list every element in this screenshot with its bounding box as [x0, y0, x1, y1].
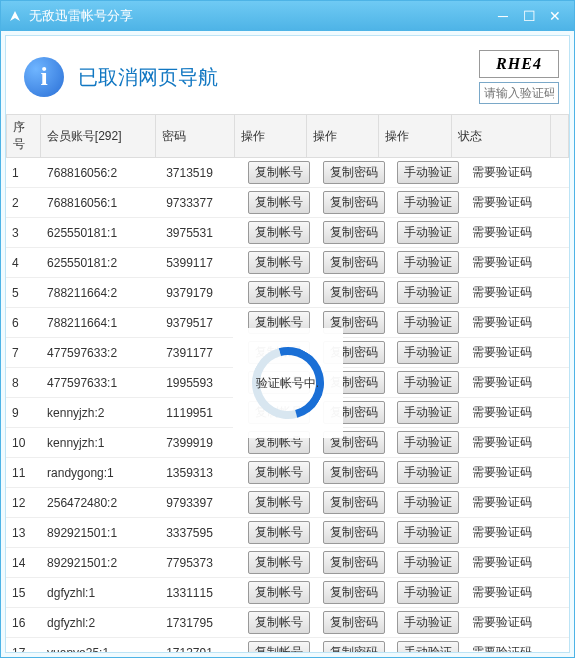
th-account[interactable]: 会员账号[292]	[40, 115, 155, 158]
cell-password: 1731795	[160, 608, 242, 638]
cell-password: 1331115	[160, 578, 242, 608]
cell-account: dgfyzhl:1	[41, 578, 160, 608]
th-op1[interactable]: 操作	[234, 115, 306, 158]
cell-seq: 14	[6, 548, 41, 578]
table-row[interactable]: 17yuanye35:11713791复制帐号复制密码手动验证需要验证码	[6, 638, 569, 653]
maximize-button[interactable]: ☐	[516, 7, 542, 25]
cell-status: 需要验证码	[466, 398, 569, 428]
th-seq[interactable]: 序号	[7, 115, 41, 158]
table-row[interactable]: 14892921501:27795373复制帐号复制密码手动验证需要验证码	[6, 548, 569, 578]
table-row[interactable]: 3625550181:13975531复制帐号复制密码手动验证需要验证码	[6, 218, 569, 248]
cell-seq: 8	[6, 368, 41, 398]
manual-verify-button[interactable]: 手动验证	[397, 431, 459, 454]
cell-password: 3337595	[160, 518, 242, 548]
table-row[interactable]: 1768816056:23713519复制帐号复制密码手动验证需要验证码	[6, 158, 569, 188]
manual-verify-button[interactable]: 手动验证	[397, 401, 459, 424]
table-row[interactable]: 13892921501:13337595复制帐号复制密码手动验证需要验证码	[6, 518, 569, 548]
copy-account-button[interactable]: 复制帐号	[248, 251, 310, 274]
copy-account-button[interactable]: 复制帐号	[248, 191, 310, 214]
manual-verify-button[interactable]: 手动验证	[397, 311, 459, 334]
copy-account-button[interactable]: 复制帐号	[248, 491, 310, 514]
cell-password: 7399919	[160, 428, 242, 458]
cell-seq: 10	[6, 428, 41, 458]
manual-verify-button[interactable]: 手动验证	[397, 161, 459, 184]
table-row[interactable]: 15dgfyzhl:11331115复制帐号复制密码手动验证需要验证码	[6, 578, 569, 608]
spinner-text: 验证帐号中.	[256, 375, 319, 392]
cell-password: 1359313	[160, 458, 242, 488]
copy-password-button[interactable]: 复制密码	[323, 581, 385, 604]
copy-password-button[interactable]: 复制密码	[323, 281, 385, 304]
table-row[interactable]: 2768816056:19733377复制帐号复制密码手动验证需要验证码	[6, 188, 569, 218]
close-button[interactable]: ✕	[542, 7, 568, 25]
manual-verify-button[interactable]: 手动验证	[397, 371, 459, 394]
cell-status: 需要验证码	[466, 368, 569, 398]
copy-account-button[interactable]: 复制帐号	[248, 161, 310, 184]
table-row[interactable]: 4625550181:25399117复制帐号复制密码手动验证需要验证码	[6, 248, 569, 278]
cell-status: 需要验证码	[466, 338, 569, 368]
cell-status: 需要验证码	[466, 578, 569, 608]
cell-account: 892921501:2	[41, 548, 160, 578]
manual-verify-button[interactable]: 手动验证	[397, 191, 459, 214]
manual-verify-button[interactable]: 手动验证	[397, 491, 459, 514]
cell-account: 477597633:1	[41, 368, 160, 398]
copy-account-button[interactable]: 复制帐号	[248, 581, 310, 604]
info-icon: i	[24, 57, 64, 97]
cell-seq: 4	[6, 248, 41, 278]
copy-account-button[interactable]: 复制帐号	[248, 611, 310, 634]
cell-status: 需要验证码	[466, 428, 569, 458]
cell-account: 892921501:1	[41, 518, 160, 548]
copy-password-button[interactable]: 复制密码	[323, 221, 385, 244]
cell-password: 7795373	[160, 548, 242, 578]
table-row[interactable]: 16dgfyzhl:21731795复制帐号复制密码手动验证需要验证码	[6, 608, 569, 638]
cell-password: 3975531	[160, 218, 242, 248]
copy-password-button[interactable]: 复制密码	[323, 551, 385, 574]
copy-account-button[interactable]: 复制帐号	[248, 521, 310, 544]
copy-password-button[interactable]: 复制密码	[323, 611, 385, 634]
captcha-input[interactable]	[479, 82, 559, 104]
manual-verify-button[interactable]: 手动验证	[397, 461, 459, 484]
captcha-image[interactable]: RHE4	[479, 50, 559, 78]
copy-account-button[interactable]: 复制帐号	[248, 221, 310, 244]
manual-verify-button[interactable]: 手动验证	[397, 611, 459, 634]
manual-verify-button[interactable]: 手动验证	[397, 221, 459, 244]
manual-verify-button[interactable]: 手动验证	[397, 551, 459, 574]
manual-verify-button[interactable]: 手动验证	[397, 521, 459, 544]
cell-seq: 7	[6, 338, 41, 368]
th-status[interactable]: 状态	[451, 115, 550, 158]
copy-password-button[interactable]: 复制密码	[323, 521, 385, 544]
manual-verify-button[interactable]: 手动验证	[397, 641, 459, 652]
manual-verify-button[interactable]: 手动验证	[397, 281, 459, 304]
manual-verify-button[interactable]: 手动验证	[397, 251, 459, 274]
cell-status: 需要验证码	[466, 278, 569, 308]
cell-account: 625550181:2	[41, 248, 160, 278]
cell-password: 3713519	[160, 158, 242, 188]
titlebar: 无敌迅雷帐号分享 ─ ☐ ✕	[1, 1, 574, 31]
copy-password-button[interactable]: 复制密码	[323, 461, 385, 484]
manual-verify-button[interactable]: 手动验证	[397, 341, 459, 364]
th-op2[interactable]: 操作	[307, 115, 379, 158]
manual-verify-button[interactable]: 手动验证	[397, 581, 459, 604]
table-row[interactable]: 11randygong:11359313复制帐号复制密码手动验证需要验证码	[6, 458, 569, 488]
th-password[interactable]: 密码	[155, 115, 234, 158]
cell-account: 625550181:1	[41, 218, 160, 248]
copy-password-button[interactable]: 复制密码	[323, 161, 385, 184]
minimize-button[interactable]: ─	[490, 7, 516, 25]
cell-account: 477597633:2	[41, 338, 160, 368]
copy-password-button[interactable]: 复制密码	[323, 641, 385, 652]
cell-status: 需要验证码	[466, 308, 569, 338]
copy-account-button[interactable]: 复制帐号	[248, 551, 310, 574]
copy-account-button[interactable]: 复制帐号	[248, 641, 310, 652]
table-row[interactable]: 5788211664:29379179复制帐号复制密码手动验证需要验证码	[6, 278, 569, 308]
cell-seq: 13	[6, 518, 41, 548]
copy-password-button[interactable]: 复制密码	[323, 491, 385, 514]
copy-password-button[interactable]: 复制密码	[323, 251, 385, 274]
cell-seq: 16	[6, 608, 41, 638]
copy-account-button[interactable]: 复制帐号	[248, 281, 310, 304]
cell-status: 需要验证码	[466, 488, 569, 518]
cell-account: 768816056:2	[41, 158, 160, 188]
table-row[interactable]: 12256472480:29793397复制帐号复制密码手动验证需要验证码	[6, 488, 569, 518]
copy-password-button[interactable]: 复制密码	[323, 191, 385, 214]
th-op3[interactable]: 操作	[379, 115, 451, 158]
copy-account-button[interactable]: 复制帐号	[248, 461, 310, 484]
cell-seq: 3	[6, 218, 41, 248]
